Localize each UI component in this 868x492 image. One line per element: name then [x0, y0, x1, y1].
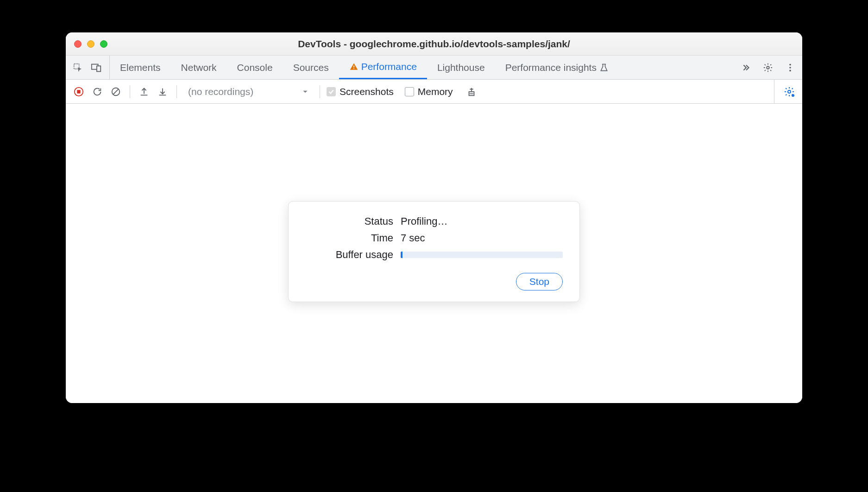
- warning-icon: [349, 62, 359, 71]
- buffer-progress: [401, 252, 563, 258]
- kebab-menu-icon[interactable]: [783, 60, 798, 75]
- window-controls: [74, 40, 107, 48]
- tab-network[interactable]: Network: [171, 56, 227, 79]
- close-window-button[interactable]: [74, 40, 82, 48]
- tab-performance-insights[interactable]: Performance insights: [495, 56, 619, 79]
- tabbar-left-tools: [70, 56, 110, 79]
- memory-label: Memory: [418, 86, 453, 97]
- capture-settings-wrapper: [774, 80, 797, 103]
- memory-checkbox[interactable]: Memory: [405, 86, 453, 97]
- screenshots-label: Screenshots: [340, 86, 394, 97]
- tabbar-right-tools: [738, 60, 798, 75]
- svg-point-7: [789, 67, 791, 69]
- performance-toolbar: (no recordings) Screenshots Memory: [66, 80, 802, 104]
- window-title: DevTools - googlechrome.github.io/devtoo…: [66, 38, 802, 50]
- checkbox-checked-icon: [327, 87, 336, 96]
- svg-rect-10: [77, 90, 80, 93]
- reload-icon[interactable]: [90, 84, 105, 99]
- svg-point-8: [789, 69, 791, 71]
- buffer-label: Buffer usage: [305, 249, 393, 261]
- screenshots-checkbox[interactable]: Screenshots: [327, 86, 394, 97]
- toolbar-divider: [130, 85, 130, 98]
- chevron-down-icon: [302, 88, 308, 95]
- svg-rect-3: [353, 66, 354, 68]
- download-icon[interactable]: [155, 84, 170, 99]
- upload-icon[interactable]: [137, 84, 151, 99]
- buffer-progress-wrapper: [401, 252, 563, 258]
- stop-button[interactable]: Stop: [516, 273, 563, 290]
- status-label: Status: [305, 215, 393, 227]
- svg-point-6: [789, 63, 791, 65]
- svg-line-12: [113, 89, 119, 94]
- capture-settings-icon[interactable]: [782, 84, 797, 99]
- clear-icon[interactable]: [108, 84, 123, 99]
- window-titlebar: DevTools - googlechrome.github.io/devtoo…: [66, 32, 802, 56]
- svg-rect-2: [97, 66, 101, 71]
- toolbar-divider: [320, 85, 320, 98]
- tab-sources[interactable]: Sources: [283, 56, 339, 79]
- maximize-window-button[interactable]: [100, 40, 107, 48]
- inspect-element-icon[interactable]: [70, 60, 85, 75]
- buffer-progress-fill: [401, 252, 403, 258]
- panel-tabs: Elements Network Console Sources Perform…: [110, 56, 738, 79]
- toolbar-divider: [176, 85, 177, 98]
- minimize-window-button[interactable]: [87, 40, 94, 48]
- tab-elements[interactable]: Elements: [110, 56, 171, 79]
- svg-point-14: [788, 90, 791, 93]
- time-label: Time: [305, 232, 393, 244]
- more-tabs-icon[interactable]: [738, 60, 753, 75]
- performance-content: Status Profiling… Time 7 sec Buffer usag…: [66, 104, 802, 403]
- tab-lighthouse[interactable]: Lighthouse: [427, 56, 495, 79]
- recordings-placeholder: (no recordings): [188, 86, 253, 97]
- flask-icon: [599, 63, 609, 72]
- profiling-dialog: Status Profiling… Time 7 sec Buffer usag…: [288, 201, 580, 302]
- checkbox-unchecked-icon: [405, 87, 414, 96]
- svg-point-5: [767, 66, 769, 69]
- settings-icon[interactable]: [761, 60, 775, 75]
- status-value: Profiling…: [401, 215, 563, 227]
- recordings-select[interactable]: (no recordings): [183, 86, 313, 97]
- devtools-tabbar: Elements Network Console Sources Perform…: [66, 56, 802, 80]
- record-stop-icon[interactable]: [71, 84, 86, 99]
- devtools-window: DevTools - googlechrome.github.io/devtoo…: [66, 32, 802, 403]
- device-toggle-icon[interactable]: [89, 60, 104, 75]
- garbage-collect-icon[interactable]: [464, 84, 479, 99]
- svg-rect-4: [353, 68, 354, 69]
- time-value: 7 sec: [401, 232, 563, 244]
- tab-console[interactable]: Console: [227, 56, 283, 79]
- svg-point-15: [792, 94, 794, 97]
- tab-performance[interactable]: Performance: [339, 56, 427, 79]
